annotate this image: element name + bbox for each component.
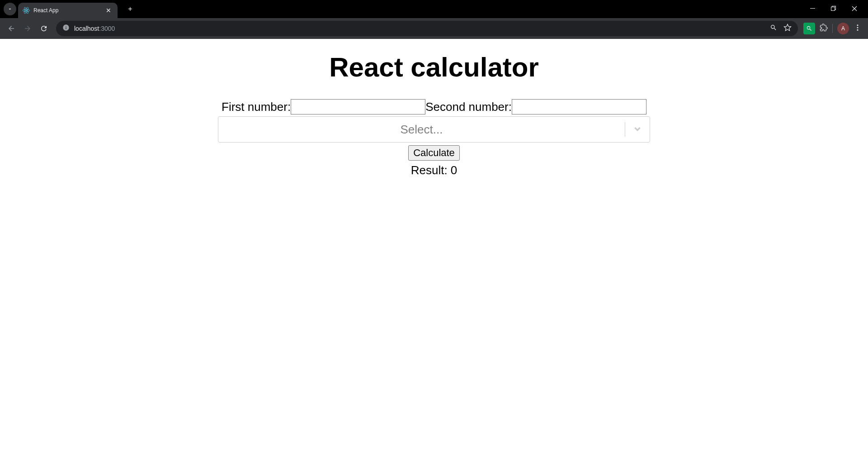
tab-title: React App bbox=[33, 7, 104, 14]
toolbar-right: A bbox=[803, 23, 863, 34]
new-tab-button[interactable]: + bbox=[124, 3, 137, 15]
browser-tab-active[interactable]: React App ✕ bbox=[18, 3, 118, 18]
tab-close-icon[interactable]: ✕ bbox=[104, 7, 113, 14]
url-text: localhost:3000 bbox=[74, 25, 115, 32]
reload-button[interactable] bbox=[37, 22, 51, 35]
svg-point-0 bbox=[26, 10, 27, 11]
address-bar[interactable]: localhost:3000 bbox=[56, 21, 798, 36]
toolbar-divider bbox=[832, 24, 833, 33]
svg-point-7 bbox=[857, 24, 859, 26]
browser-menu-icon[interactable] bbox=[854, 24, 862, 33]
calculate-button[interactable]: Calculate bbox=[408, 145, 460, 161]
back-button[interactable] bbox=[5, 22, 18, 35]
close-icon[interactable] bbox=[848, 6, 861, 13]
avatar-initial: A bbox=[841, 25, 845, 32]
forward-button[interactable] bbox=[21, 22, 34, 35]
result-text: Result: 0 bbox=[0, 163, 868, 177]
page-title: React calculator bbox=[0, 52, 868, 83]
first-number-label: First number: bbox=[222, 100, 291, 114]
second-number-input[interactable] bbox=[512, 99, 646, 114]
tab-search-button[interactable] bbox=[4, 3, 16, 15]
result-value: 0 bbox=[451, 163, 457, 177]
url-host: localhost bbox=[74, 25, 99, 32]
bookmark-icon[interactable] bbox=[783, 24, 792, 33]
number-inputs-row: First number: Second number: bbox=[0, 99, 868, 114]
svg-point-9 bbox=[857, 29, 859, 31]
react-favicon-icon bbox=[23, 7, 30, 14]
chevron-down-icon bbox=[625, 124, 650, 134]
select-placeholder: Select... bbox=[218, 119, 625, 140]
profile-avatar[interactable]: A bbox=[837, 23, 849, 34]
extensions-icon[interactable] bbox=[820, 24, 828, 33]
page-viewport: React calculator First number: Second nu… bbox=[0, 39, 868, 462]
second-number-label: Second number: bbox=[425, 100, 512, 114]
maximize-icon[interactable] bbox=[827, 6, 840, 13]
extension-grammarly-icon[interactable] bbox=[803, 23, 815, 34]
browser-tab-strip: React App ✕ + bbox=[0, 0, 868, 18]
window-controls bbox=[807, 6, 864, 13]
result-label: Result: bbox=[411, 163, 451, 177]
svg-rect-6 bbox=[831, 7, 835, 10]
operation-select[interactable]: Select... bbox=[218, 116, 650, 143]
zoom-icon[interactable] bbox=[770, 24, 777, 33]
svg-point-8 bbox=[857, 27, 859, 29]
browser-toolbar: localhost:3000 A bbox=[0, 18, 868, 39]
first-number-input[interactable] bbox=[291, 99, 425, 114]
minimize-icon[interactable] bbox=[807, 6, 819, 13]
site-info-icon[interactable] bbox=[62, 24, 70, 33]
svg-rect-4 bbox=[810, 8, 815, 9]
react-calculator-app: React calculator First number: Second nu… bbox=[0, 39, 868, 177]
url-path: :3000 bbox=[99, 25, 115, 32]
